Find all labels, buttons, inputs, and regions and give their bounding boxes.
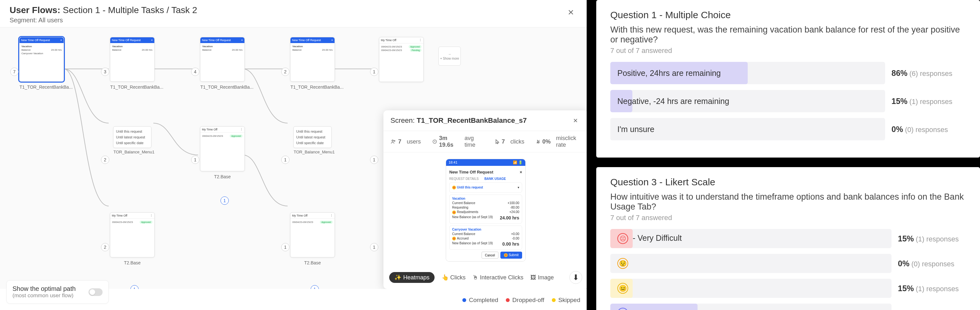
face-icon: 😐 [617,283,628,294]
likert-row: 🙂58%(4) responses [610,304,966,310]
count-badge: 1 [281,243,290,251]
option-stats: 58%(4) responses [898,309,959,310]
flow-node[interactable]: New Time Off Request× VacationBalance24.… [200,37,245,82]
count-badge: 3 [101,68,109,76]
clicks-stat: 7 clicks [494,135,524,148]
screen-preview: 18:41📶 🔋 New Time Off Request× REQUEST D… [446,159,526,261]
flow-menu-node[interactable]: Until this requestUntil latest requestUn… [293,126,332,148]
option-row: Negative, -24 hrs are remaining15%(1) re… [610,90,966,112]
flow-node[interactable]: New Time Off Request× VacationBalance24.… [290,37,335,82]
option-stats: 0%(0) responses [891,125,948,134]
option-bar: I'm unsure [610,118,885,140]
question-text: How intuitive was it to understand the t… [610,192,966,212]
question-text: With this new request, was the remaining… [610,25,966,45]
option-bar: 🙂 [610,304,891,310]
face-icon: ☹ [617,233,628,244]
option-stats: 15%(1) responses [898,234,959,244]
option-stats: 86%(6) responses [891,68,953,78]
flow-node[interactable]: My Time Off⋮ 09/04/23-09/15/23Approved T… [200,126,245,171]
results-panel: Question 1 - Multiple Choice With this n… [587,0,980,310]
count-badge: 1 [370,68,378,76]
header: User Flows: Section 1 - Multiple Tasks /… [0,0,587,27]
users-stat: 7 users [390,135,421,148]
interactive-clicks-button[interactable]: 🖱 Interactive Clicks [473,274,523,281]
question-title: Question 1 - Multiple Choice [610,9,966,21]
option-bar: 😟 [610,254,891,273]
likert-row: ☹- Very Difficult15%(1) responses [610,229,966,248]
question-card-3: Question 3 - Likert Scale How intuitive … [596,167,980,310]
svg-point-0 [392,140,394,142]
close-icon[interactable]: × [565,5,577,19]
flow-canvas[interactable]: New Time Off Request× VacationBalance24.… [0,27,587,289]
option-row: I'm unsure0%(0) responses [610,118,966,140]
option-bar: 😐 [610,279,891,298]
cancel-button[interactable]: Cancel [482,251,498,259]
count-badge: 1 [191,156,199,164]
count-badge: 1 [370,243,378,251]
toggle-switch[interactable] [89,288,103,296]
flow-node[interactable]: My Time Off⋮ 09/04/23-09/15/23Approved T… [290,212,335,257]
option-row: Positive, 24hrs are remaining86%(6) resp… [610,62,966,84]
time-stat: 3m 19.6s avg time [432,135,482,148]
svg-point-1 [394,140,395,141]
count-badge: 1 [281,156,290,164]
option-stats: 15%(1) responses [898,284,959,293]
option-bar: Negative, -24 hrs are remaining [610,90,885,112]
count-badge: 4 [191,68,199,76]
flow-node[interactable]: My Time Off⋮ 09/04/23-09/15/23Approved T… [110,212,155,257]
close-icon: × [520,170,522,174]
count-badge: 7 [10,68,19,76]
count-badge: 1 [221,196,229,205]
misclick-stat: 0% misclick rate [536,135,581,148]
face-icon: 😟 [617,258,628,269]
answered-count: 7 out of 7 answered [610,214,966,222]
likert-row: 😐15%(1) responses [610,279,966,298]
detail-title: Screen: T1_TOR_RecentBankBalance_s7 [390,116,527,125]
footer: Show the optimal path(most common user f… [6,280,580,304]
segment-row: Segment: All users [10,17,197,24]
flow-node[interactable]: New Time Off Request× VacationBalance24.… [19,37,64,82]
count-badge: 2 [281,68,290,76]
screen-detail-panel: Screen: T1_TOR_RecentBankBalance_s7 × 7 … [383,110,587,289]
user-flows-panel: User Flows: Section 1 - Multiple Tasks /… [0,0,587,310]
question-title: Question 3 - Likert Scale [610,177,966,188]
image-button[interactable]: 🖼 Image [530,274,554,281]
face-icon: 🙂 [617,308,628,310]
count-badge: 2 [101,243,109,251]
legend: Completed Dropped-off Skipped [462,297,580,304]
count-badge: 2 [101,156,109,164]
flow-node[interactable]: My Time Off⋮ 09/04/23-09/15/23Approved09… [379,37,424,82]
optimal-path-toggle[interactable]: Show the optimal path(most common user f… [6,280,109,304]
page-title: User Flows: Section 1 - Multiple Tasks /… [10,5,197,15]
detail-stats: 7 users 3m 19.6s avg time 7 clicks 0% mi… [383,131,587,152]
option-bar: ☹- Very Difficult [610,229,891,248]
answered-count: 7 out of 7 answered [610,47,966,55]
option-stats: 0%(0) responses [898,259,955,268]
submit-button[interactable]: Submit [500,251,522,259]
close-icon[interactable]: × [570,115,581,126]
option-bar: Positive, 24hrs are remaining [610,62,885,84]
count-badge: 1 [370,156,378,164]
option-stats: 15%(1) responses [891,96,953,106]
flow-menu-node[interactable]: Until this requestUntil latest requestUn… [113,126,151,148]
likert-row: 😟0%(0) responses [610,254,966,273]
show-more-button[interactable]: →+ Show more [438,47,461,66]
question-card-1: Question 1 - Multiple Choice With this n… [596,0,980,158]
flow-node[interactable]: New Time Off Request× VacationBalance24.… [110,37,155,82]
